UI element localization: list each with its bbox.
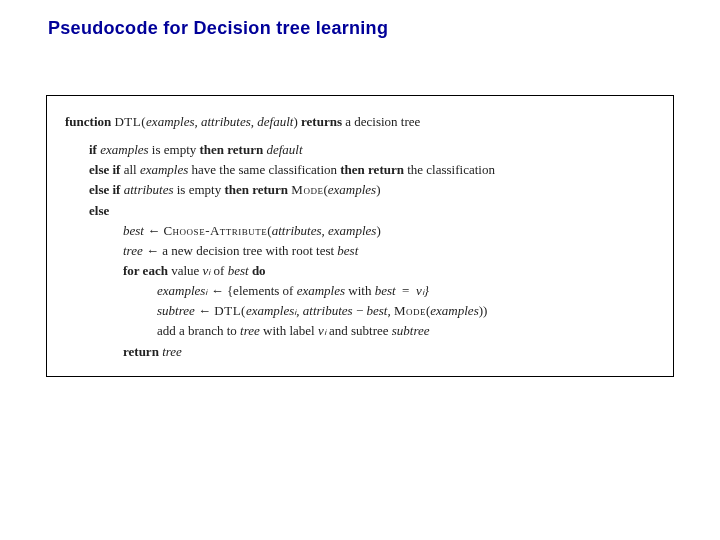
var-attributes3: attributes — [303, 303, 353, 318]
var-vi2: vᵢ} — [416, 283, 429, 298]
paren-close: ) — [293, 114, 297, 129]
kw-elseif2: else if — [89, 182, 120, 197]
txt-value: value — [171, 263, 199, 278]
fn-name: DTL( — [114, 114, 146, 129]
var-examples: examples — [100, 142, 148, 157]
kw-elseif1: else if — [89, 162, 120, 177]
page-title: Pseudocode for Decision tree learning — [0, 0, 720, 39]
var-best2: best — [337, 243, 358, 258]
var-best3: best — [228, 263, 249, 278]
kw-return: return — [123, 344, 159, 359]
assign2: ← — [146, 243, 159, 258]
kw-then-return3: then return — [224, 182, 288, 197]
assign1: ← — [147, 223, 160, 238]
pseudocode-box: function DTL(examples, attributes, defau… — [46, 95, 674, 377]
kw-function: function — [65, 114, 111, 129]
var-default: default — [266, 142, 302, 157]
line-elseif-same: else if all examples have the same class… — [89, 160, 655, 180]
txt-elements-of: {elements of — [227, 283, 294, 298]
var-best5: best — [366, 303, 387, 318]
txt-the-class: the classification — [407, 162, 495, 177]
line-subtree: subtree ← DTL(examplesᵢ, attributes − be… — [157, 301, 655, 321]
kw-then-return1: then return — [200, 142, 264, 157]
txt-new-tree: a new decision tree with root test — [162, 243, 334, 258]
var-examples2: examples — [140, 162, 188, 177]
assign3: ← — [211, 283, 224, 298]
var-examples4: examples — [328, 223, 376, 238]
line-foreach: for each value vᵢ of best do — [123, 261, 655, 281]
paren-close-ca: ) — [376, 223, 380, 238]
var-tree3: tree — [162, 344, 182, 359]
eq: = — [402, 283, 409, 298]
param-attributes: attributes — [201, 114, 251, 129]
line-else: else — [89, 201, 655, 221]
fn-mode: Mode — [291, 182, 323, 197]
kw-do: do — [252, 263, 266, 278]
var-vi: vᵢ — [203, 263, 211, 278]
var-examples-i: examplesᵢ — [157, 283, 207, 298]
param-examples: examples — [146, 114, 194, 129]
txt-and-subtree: and subtree — [329, 323, 389, 338]
line-examples-i: examplesᵢ ← {elements of examples with b… — [157, 281, 655, 301]
var-examples3: examples — [328, 182, 376, 197]
var-best: best — [123, 223, 144, 238]
return-type: a decision tree — [345, 114, 420, 129]
line-best: best ← Choose-Attribute(attributes, exam… — [123, 221, 655, 241]
paren-close-dtl: )) — [479, 303, 488, 318]
kw-if: if — [89, 142, 97, 157]
param-default: default — [257, 114, 293, 129]
line-tree: tree ← a new decision tree with root tes… — [123, 241, 655, 261]
fn-mode2: Mode — [394, 303, 426, 318]
line-elseif-attrs: else if attributes is empty then return … — [89, 180, 655, 200]
line-add-branch: add a branch to tree with label vᵢ and s… — [157, 321, 655, 341]
var-tree2: tree — [240, 323, 260, 338]
var-tree: tree — [123, 243, 143, 258]
assign4: ← — [198, 303, 211, 318]
txt-is-empty2: is empty — [177, 182, 221, 197]
var-examples6: examples — [430, 303, 478, 318]
txt-with-label: with label — [263, 323, 315, 338]
kw-then-return2: then return — [340, 162, 404, 177]
var-subtree: subtree — [157, 303, 195, 318]
txt-same-class: have the same classification — [192, 162, 337, 177]
var-examples-i2: examplesᵢ — [246, 303, 296, 318]
line-if-empty: if examples is empty then return default — [89, 140, 655, 160]
kw-returns: returns — [301, 114, 342, 129]
line-return: return tree — [123, 342, 655, 362]
fn-choose-attr: Choose-Attribute — [163, 223, 267, 238]
line-function: function DTL(examples, attributes, defau… — [65, 112, 655, 132]
var-vi3: vᵢ — [318, 323, 326, 338]
var-attributes2: attributes — [272, 223, 322, 238]
kw-else: else — [89, 203, 109, 218]
fn-dtl2: DTL( — [214, 303, 246, 318]
var-examples5: examples — [297, 283, 345, 298]
txt-is-empty: is empty — [152, 142, 196, 157]
txt-add-branch: add a branch to — [157, 323, 237, 338]
txt-of: of — [214, 263, 225, 278]
txt-with: with — [348, 283, 371, 298]
kw-foreach: for each — [123, 263, 168, 278]
minus: − — [356, 303, 363, 318]
var-subtree2: subtree — [392, 323, 430, 338]
paren-close-mode: ) — [376, 182, 380, 197]
var-attributes: attributes — [124, 182, 174, 197]
txt-all: all — [124, 162, 137, 177]
var-best4: best — [375, 283, 396, 298]
